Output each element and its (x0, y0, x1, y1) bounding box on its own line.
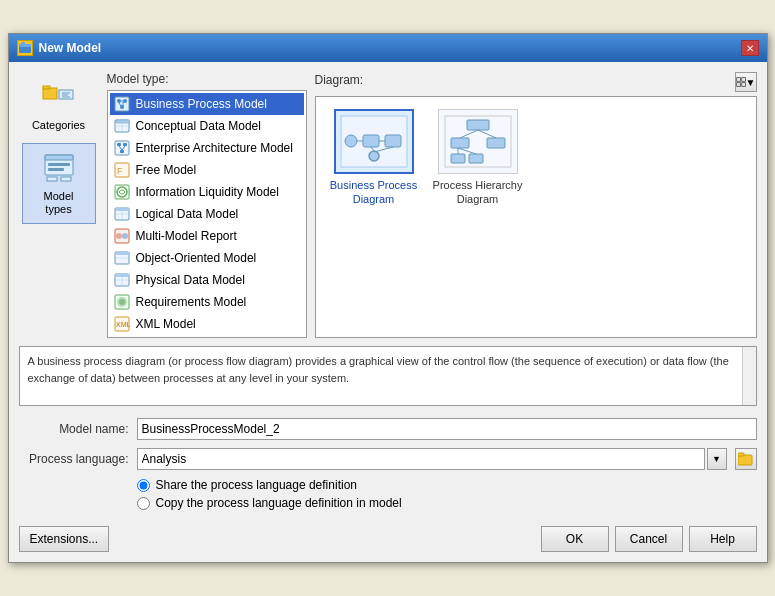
description-box: A business process diagram (or process f… (19, 346, 757, 406)
svg-rect-29 (120, 150, 124, 153)
title-bar: New Model ✕ (9, 34, 767, 62)
svg-rect-12 (48, 168, 64, 171)
extensions-button[interactable]: Extensions... (19, 526, 110, 552)
model-name-input[interactable] (137, 418, 757, 440)
sidebar-item-model-types[interactable]: Model types (22, 143, 96, 223)
svg-rect-61 (363, 135, 379, 147)
model-list-item-object-oriented[interactable]: Object-Oriented Model (110, 247, 304, 269)
svg-rect-57 (736, 83, 740, 87)
process-language-row: Process language: Analysis BPMN EPC UML … (19, 448, 757, 470)
radio-copy-row[interactable]: Copy the process language definition in … (137, 496, 757, 510)
folder-browse-button[interactable] (735, 448, 757, 470)
svg-rect-1 (19, 44, 31, 47)
title-bar-left: New Model (17, 40, 102, 56)
sidebar-item-categories[interactable]: Categories (22, 72, 96, 139)
description-scrollbar[interactable] (742, 347, 756, 405)
form-section: Model name: Process language: Analysis B… (19, 414, 757, 514)
diagram-view-toggle[interactable]: ▼ (735, 72, 757, 92)
diagram-item-process-hierarchy[interactable]: Process Hierarchy Diagram (428, 105, 528, 211)
svg-point-42 (122, 233, 128, 239)
select-dropdown-arrow[interactable]: ▼ (707, 448, 727, 470)
model-list-item-free-model[interactable]: F Free Model (110, 159, 304, 181)
svg-rect-73 (469, 154, 483, 163)
business-process-thumbnail (334, 109, 414, 174)
help-button[interactable]: Help (689, 526, 757, 552)
diagram-area: Business Process Diagram (315, 96, 757, 338)
model-type-header: Model type: (107, 72, 307, 86)
radio-share[interactable] (137, 479, 150, 492)
model-name-label: Model name: (19, 422, 129, 436)
svg-rect-55 (736, 78, 740, 82)
model-list-item-xml-model[interactable]: XML XML Model (110, 313, 304, 335)
model-list-item-logical-data[interactable]: Logical Data Model (110, 203, 304, 225)
radio-share-row[interactable]: Share the process language definition (137, 478, 757, 492)
categories-icon (41, 79, 77, 115)
svg-text:XML: XML (116, 321, 130, 328)
diagram-header: Diagram: ▼ (315, 72, 757, 92)
process-language-select[interactable]: Analysis BPMN EPC UML (137, 448, 705, 470)
svg-rect-13 (47, 177, 57, 181)
process-language-label: Process language: (19, 452, 129, 466)
radio-copy-label: Copy the process language definition in … (156, 496, 402, 510)
title-buttons: ✕ (741, 40, 759, 56)
svg-rect-44 (116, 252, 130, 255)
business-process-label: Business Process Diagram (328, 178, 420, 207)
svg-rect-2 (21, 42, 25, 45)
left-sidebar: Categories Model types (19, 72, 99, 338)
svg-rect-72 (451, 154, 465, 163)
svg-rect-4 (43, 86, 50, 89)
svg-rect-11 (48, 163, 70, 166)
model-types-icon (41, 150, 77, 186)
model-list-item-info-liquidity[interactable]: Information Liquidity Model (110, 181, 304, 203)
model-list-item-enterprise-arch[interactable]: Enterprise Architecture Model (110, 137, 304, 159)
svg-rect-28 (123, 143, 127, 146)
ok-button[interactable]: OK (541, 526, 609, 552)
radio-copy[interactable] (137, 497, 150, 510)
process-hierarchy-thumbnail (438, 109, 518, 174)
window-icon (17, 40, 33, 56)
diagram-section: Diagram: ▼ (315, 72, 757, 338)
diagram-header-label: Diagram: (315, 73, 364, 87)
svg-rect-69 (467, 120, 489, 130)
svg-rect-62 (385, 135, 401, 147)
model-list: Business Process Model Conceptual Data M… (107, 90, 307, 338)
window-body: Categories Model types (9, 62, 767, 562)
svg-point-16 (117, 99, 121, 103)
radio-section: Share the process language definition Co… (137, 478, 757, 510)
svg-point-17 (123, 99, 127, 103)
description-text: A business process diagram (or process f… (28, 355, 729, 384)
top-section: Categories Model types (19, 72, 757, 338)
new-model-dialog: New Model ✕ (8, 33, 768, 563)
window-title: New Model (39, 41, 102, 55)
svg-rect-10 (45, 155, 73, 160)
svg-rect-27 (117, 143, 121, 146)
svg-point-63 (369, 151, 379, 161)
model-list-item-conceptual-data[interactable]: Conceptual Data Model (110, 115, 304, 137)
model-list-item-business-process[interactable]: Business Process Model (110, 93, 304, 115)
svg-rect-79 (738, 453, 744, 456)
model-list-section: Model type: Business Process Model (107, 72, 307, 338)
model-list-item-physical-data[interactable]: Physical Data Model (110, 269, 304, 291)
svg-point-52 (119, 299, 125, 305)
svg-rect-37 (116, 208, 130, 211)
svg-text:F: F (117, 166, 123, 176)
model-types-label: Model types (31, 190, 87, 216)
categories-label: Categories (32, 119, 85, 132)
model-name-row: Model name: (19, 418, 757, 440)
svg-rect-23 (116, 120, 130, 123)
diagram-item-business-process[interactable]: Business Process Diagram (324, 105, 424, 211)
process-language-select-wrap: Analysis BPMN EPC UML ▼ (137, 448, 727, 470)
button-row: Extensions... OK Cancel Help (19, 522, 757, 552)
svg-rect-14 (61, 177, 71, 181)
close-button[interactable]: ✕ (741, 40, 759, 56)
model-list-item-multi-model[interactable]: Multi-Model Report (110, 225, 304, 247)
process-hierarchy-label: Process Hierarchy Diagram (432, 178, 524, 207)
svg-point-60 (345, 135, 357, 147)
svg-rect-56 (741, 78, 745, 82)
cancel-button[interactable]: Cancel (615, 526, 683, 552)
svg-point-41 (116, 233, 122, 239)
svg-rect-47 (116, 274, 130, 277)
svg-rect-3 (43, 88, 57, 99)
svg-rect-70 (451, 138, 469, 148)
model-list-item-requirements[interactable]: Requirements Model (110, 291, 304, 313)
